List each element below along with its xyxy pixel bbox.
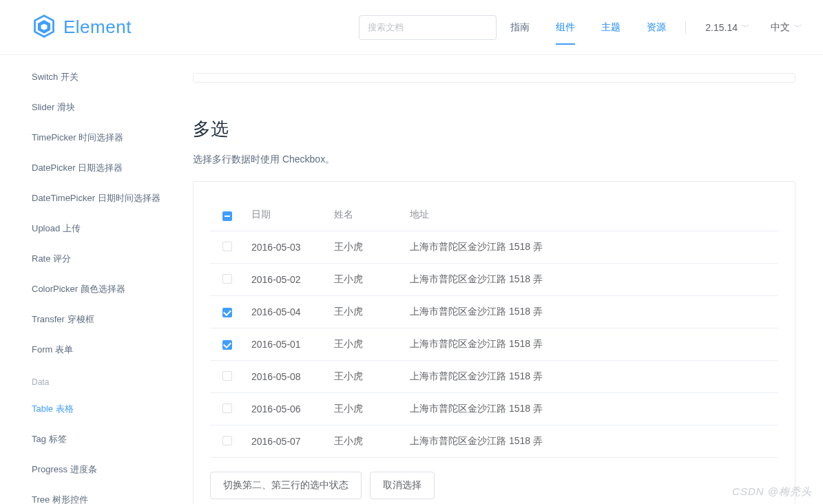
sidebar-item-upload[interactable]: Upload 上传	[32, 213, 193, 244]
row-checkbox[interactable]	[222, 371, 232, 381]
row-checkbox-cell	[210, 426, 244, 458]
row-checkbox-cell	[210, 361, 244, 393]
row-checkbox[interactable]	[222, 242, 232, 251]
sidebar-item-form[interactable]: Form 表单	[32, 335, 193, 365]
cell-address: 上海市普陀区金沙江路 1518 弄	[403, 393, 778, 426]
sidebar-item-rate[interactable]: Rate 评分	[32, 244, 193, 274]
cell-date: 2016-05-01	[244, 328, 327, 361]
header-checkbox-cell	[210, 198, 244, 231]
cell-date: 2016-05-08	[244, 361, 327, 393]
sidebar-item-tag[interactable]: Tag 标签	[32, 424, 193, 454]
nav-links: 指南 组件 主题 资源	[510, 3, 666, 52]
sidebar-item-switch[interactable]: Switch 开关	[32, 62, 193, 92]
sidebar-item-datepicker[interactable]: DatePicker 日期选择器	[32, 153, 193, 183]
logo-text: Element	[63, 17, 132, 38]
nav-guide[interactable]: 指南	[510, 3, 530, 52]
row-checkbox-cell	[210, 264, 244, 296]
watermark: CSDN @梅秃头	[732, 485, 812, 498]
cell-date: 2016-05-03	[244, 231, 327, 264]
previous-demo-bottom	[193, 73, 795, 83]
header: Element 指南 组件 主题 资源 2.15.14 ﹀ 中文 ﹀	[0, 0, 823, 55]
cell-name: 王小虎	[327, 393, 403, 426]
row-checkbox-cell	[210, 296, 244, 328]
demo-block: 日期 姓名 地址 2016-05-03王小虎上海市普陀区金沙江路 1518 弄2…	[193, 181, 795, 504]
content: 多选 选择多行数据时使用 Checkbox。 日期 姓名 地址 2016-05-…	[193, 62, 823, 504]
cell-date: 2016-05-07	[244, 426, 327, 458]
row-checkbox[interactable]	[222, 436, 232, 445]
cell-date: 2016-05-04	[244, 296, 327, 328]
lang-label: 中文	[771, 21, 790, 34]
logo[interactable]: Element	[32, 14, 132, 41]
cell-address: 上海市普陀区金沙江路 1518 弄	[403, 426, 778, 458]
table-row: 2016-05-01王小虎上海市普陀区金沙江路 1518 弄	[210, 328, 778, 361]
cell-name: 王小虎	[327, 361, 403, 393]
chevron-down-icon: ﹀	[794, 21, 802, 33]
sidebar-item-slider[interactable]: Slider 滑块	[32, 92, 193, 123]
chevron-down-icon: ﹀	[742, 21, 750, 33]
cell-name: 王小虎	[327, 264, 403, 296]
sidebar-item-datetimepicker[interactable]: DateTimePicker 日期时间选择器	[32, 183, 193, 213]
table-header-row: 日期 姓名 地址	[210, 198, 778, 231]
header-name: 姓名	[327, 198, 403, 231]
table-row: 2016-05-04王小虎上海市普陀区金沙江路 1518 弄	[210, 296, 778, 328]
row-checkbox-cell	[210, 328, 244, 361]
cell-address: 上海市普陀区金沙江路 1518 弄	[403, 231, 778, 264]
cell-address: 上海市普陀区金沙江路 1518 弄	[403, 264, 778, 296]
row-checkbox-cell	[210, 393, 244, 426]
nav-theme[interactable]: 主题	[601, 3, 621, 52]
sidebar-item-tree[interactable]: Tree 树形控件	[32, 485, 193, 504]
nav-separator	[685, 21, 686, 34]
table-row: 2016-05-08王小虎上海市普陀区金沙江路 1518 弄	[210, 361, 778, 393]
row-checkbox-cell	[210, 231, 244, 264]
cell-name: 王小虎	[327, 328, 403, 361]
cell-address: 上海市普陀区金沙江路 1518 弄	[403, 361, 778, 393]
cell-address: 上海市普陀区金沙江路 1518 弄	[403, 328, 778, 361]
sidebar-item-colorpicker[interactable]: ColorPicker 颜色选择器	[32, 274, 193, 304]
table-row: 2016-05-03王小虎上海市普陀区金沙江路 1518 弄	[210, 231, 778, 264]
lang-selector[interactable]: 中文 ﹀	[771, 21, 802, 34]
cell-date: 2016-05-06	[244, 393, 327, 426]
sidebar-item-progress[interactable]: Progress 进度条	[32, 454, 193, 485]
row-checkbox[interactable]	[222, 308, 232, 317]
section-desc: 选择多行数据时使用 Checkbox。	[193, 154, 795, 166]
sidebar-item-table[interactable]: Table 表格	[32, 394, 193, 424]
search-input[interactable]	[359, 15, 497, 40]
cell-name: 王小虎	[327, 296, 403, 328]
header-address: 地址	[403, 198, 778, 231]
row-checkbox[interactable]	[222, 403, 232, 413]
nav-resource[interactable]: 资源	[647, 3, 666, 52]
clear-selection-button[interactable]: 取消选择	[370, 472, 435, 499]
toggle-selection-button[interactable]: 切换第二、第三行的选中状态	[210, 472, 362, 499]
sidebar-group-data: Data	[32, 365, 193, 394]
header-date: 日期	[244, 198, 327, 231]
select-all-checkbox[interactable]	[222, 211, 232, 221]
row-checkbox[interactable]	[222, 340, 232, 350]
version-selector[interactable]: 2.15.14 ﹀	[705, 21, 750, 33]
section-title: 多选	[193, 117, 795, 141]
row-checkbox[interactable]	[222, 274, 232, 284]
cell-address: 上海市普陀区金沙江路 1518 弄	[403, 296, 778, 328]
nav-component[interactable]: 组件	[556, 3, 575, 52]
version-label: 2.15.14	[705, 22, 738, 33]
cell-name: 王小虎	[327, 231, 403, 264]
cell-name: 王小虎	[327, 426, 403, 458]
table-row: 2016-05-06王小虎上海市普陀区金沙江路 1518 弄	[210, 393, 778, 426]
logo-icon	[32, 14, 56, 41]
sidebar: Switch 开关 Slider 滑块 TimePicker 时间选择器 Dat…	[0, 62, 193, 504]
sidebar-item-transfer[interactable]: Transfer 穿梭框	[32, 304, 193, 335]
table-row: 2016-05-02王小虎上海市普陀区金沙江路 1518 弄	[210, 264, 778, 296]
action-bar: 切换第二、第三行的选中状态 取消选择	[210, 472, 778, 499]
sidebar-item-timepicker[interactable]: TimePicker 时间选择器	[32, 123, 193, 153]
demo-table: 日期 姓名 地址 2016-05-03王小虎上海市普陀区金沙江路 1518 弄2…	[210, 198, 778, 458]
cell-date: 2016-05-02	[244, 264, 327, 296]
table-row: 2016-05-07王小虎上海市普陀区金沙江路 1518 弄	[210, 426, 778, 458]
